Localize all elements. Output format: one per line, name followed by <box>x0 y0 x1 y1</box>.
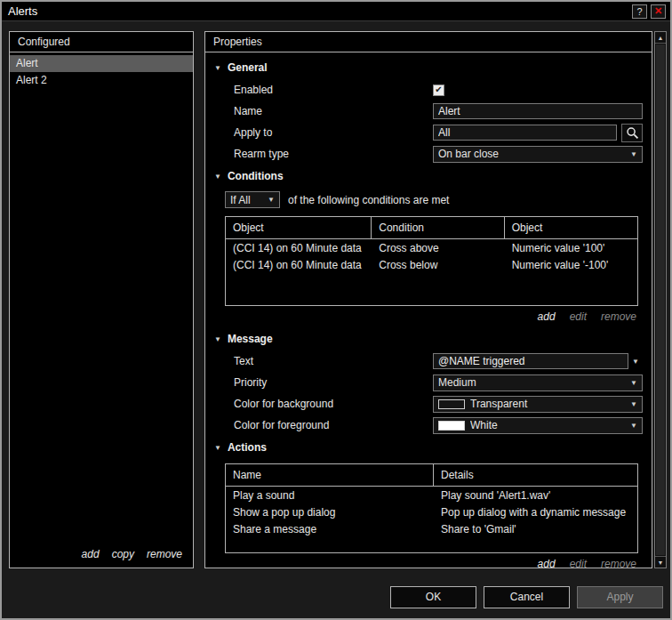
apply-to-row: Apply to <box>205 122 652 143</box>
vertical-scrollbar[interactable]: ▲ ▼ <box>654 31 667 568</box>
list-item-alert[interactable]: Alert <box>10 55 193 72</box>
arrow-up-icon: ▲ <box>658 35 664 41</box>
column-header[interactable]: Name <box>226 464 434 486</box>
configured-actions: add copy remove <box>10 543 193 568</box>
cell: Pop up dialog with a dynamic message <box>434 506 637 519</box>
column-header[interactable]: Condition <box>372 217 504 238</box>
match-mode-value: If All <box>230 194 264 206</box>
help-button[interactable]: ? <box>632 4 647 19</box>
apply-button[interactable]: Apply <box>577 586 663 608</box>
section-general[interactable]: ▼ General <box>205 56 652 79</box>
background-color-dropdown[interactable]: Transparent ▼ <box>433 396 643 413</box>
name-label: Name <box>234 105 433 117</box>
actions-table-actions: add edit remove <box>225 553 638 568</box>
cell: Play sound 'Alert1.wav' <box>434 489 637 502</box>
edit-action-link[interactable]: edit <box>570 558 587 568</box>
remove-alert-link[interactable]: remove <box>147 548 182 560</box>
rearm-label: Rearm type <box>234 148 433 160</box>
column-header[interactable]: Details <box>434 464 637 486</box>
match-mode-text: of the following conditions are met <box>288 194 449 206</box>
table-row[interactable]: Play a sound Play sound 'Alert1.wav' <box>226 487 637 503</box>
cell: Cross above <box>372 242 504 254</box>
ok-button[interactable]: OK <box>390 586 476 608</box>
table-row[interactable]: (CCI 14) on 60 Minute data Cross below N… <box>226 256 637 273</box>
background-color-label: Color for background <box>234 398 433 410</box>
enabled-row: Enabled ✔ <box>205 79 652 101</box>
table-row[interactable]: Show a pop up dialog Pop up dialog with … <box>226 503 637 520</box>
arrow-down-icon: ▼ <box>658 560 664 566</box>
remove-action-link[interactable]: remove <box>601 558 636 568</box>
section-conditions[interactable]: ▼ Conditions <box>205 165 652 188</box>
collapse-triangle-icon: ▼ <box>214 64 221 72</box>
cell: Cross below <box>372 259 504 271</box>
section-actions[interactable]: ▼ Actions <box>205 436 652 459</box>
priority-dropdown[interactable]: Medium ▼ <box>433 374 643 391</box>
column-header[interactable]: Object <box>226 217 372 238</box>
section-general-title: General <box>228 61 268 74</box>
cell: Share to 'Gmail' <box>434 523 637 535</box>
scrollbar-thumb[interactable] <box>656 44 665 555</box>
scrollbar-track[interactable] <box>655 44 666 556</box>
text-variables-dropdown-icon[interactable]: ▼ <box>628 358 643 366</box>
properties-panel-title: Properties <box>205 32 652 52</box>
message-text-input[interactable] <box>433 353 628 369</box>
table-row[interactable]: Share a message Share to 'Gmail' <box>226 520 637 537</box>
match-mode-dropdown[interactable]: If All ▼ <box>225 191 280 208</box>
message-text-row: Text ▼ <box>205 350 652 372</box>
conditions-table: Object Condition Object (CCI 14) on 60 M… <box>225 216 638 306</box>
rearm-type-dropdown[interactable]: On bar close ▼ <box>433 146 643 163</box>
add-condition-link[interactable]: add <box>538 310 556 323</box>
section-conditions-title: Conditions <box>228 170 284 182</box>
background-color-row: Color for background Transparent ▼ <box>205 393 652 415</box>
scroll-down-button[interactable]: ▼ <box>655 556 666 568</box>
apply-to-label: Apply to <box>234 126 433 139</box>
titlebar: Alerts ? ✕ <box>2 2 670 21</box>
foreground-color-label: Color for foreground <box>234 419 433 431</box>
window-title: Alerts <box>6 4 628 18</box>
cell: Share a message <box>226 523 434 535</box>
conditions-table-actions: add edit remove <box>225 306 638 327</box>
apply-to-search-button[interactable] <box>621 124 643 142</box>
white-swatch <box>438 421 465 431</box>
chevron-down-icon: ▼ <box>268 196 275 204</box>
close-button[interactable]: ✕ <box>651 4 666 19</box>
actions-table-header: Name Details <box>226 464 637 487</box>
scroll-up-button[interactable]: ▲ <box>655 32 666 44</box>
actions-table-body: Play a sound Play sound 'Alert1.wav' Sho… <box>226 487 637 552</box>
cell: Numeric value '-100' <box>505 259 637 271</box>
section-message[interactable]: ▼ Message <box>205 327 652 350</box>
priority-label: Priority <box>234 376 433 389</box>
actions-table: Name Details Play a sound Play sound 'Al… <box>225 463 638 553</box>
configured-panel: Configured Alert Alert 2 add copy remove <box>9 31 194 568</box>
cell: Show a pop up dialog <box>226 506 434 519</box>
cancel-button[interactable]: Cancel <box>484 586 570 608</box>
apply-to-input[interactable] <box>433 125 617 141</box>
dialog-footer: OK Cancel Apply <box>2 576 670 618</box>
close-icon: ✕ <box>654 5 662 17</box>
list-item-alert2[interactable]: Alert 2 <box>10 72 193 89</box>
enabled-checkbox[interactable]: ✔ <box>433 85 444 96</box>
add-alert-link[interactable]: add <box>82 548 100 560</box>
collapse-triangle-icon: ▼ <box>214 444 221 452</box>
column-header[interactable]: Object <box>505 217 637 238</box>
rearm-type-value: On bar close <box>438 148 627 160</box>
cell: Play a sound <box>226 489 434 502</box>
conditions-table-header: Object Condition Object <box>226 217 637 239</box>
name-input[interactable] <box>433 103 643 119</box>
background-color-value: Transparent <box>470 398 627 410</box>
message-text-label: Text <box>234 355 433 367</box>
section-message-title: Message <box>228 333 273 345</box>
edit-condition-link[interactable]: edit <box>570 310 587 323</box>
enabled-label: Enabled <box>234 84 433 96</box>
priority-row: Priority Medium ▼ <box>205 372 652 393</box>
foreground-color-dropdown[interactable]: White ▼ <box>433 417 643 434</box>
priority-value: Medium <box>438 376 627 389</box>
add-action-link[interactable]: add <box>538 558 556 568</box>
cell: Numeric value '100' <box>505 242 637 254</box>
copy-alert-link[interactable]: copy <box>112 548 134 560</box>
conditions-table-body: (CCI 14) on 60 Minute data Cross above N… <box>226 239 637 305</box>
table-row[interactable]: (CCI 14) on 60 Minute data Cross above N… <box>226 239 637 256</box>
cell: (CCI 14) on 60 Minute data <box>226 242 372 254</box>
remove-condition-link[interactable]: remove <box>601 310 636 323</box>
rearm-row: Rearm type On bar close ▼ <box>205 143 652 165</box>
